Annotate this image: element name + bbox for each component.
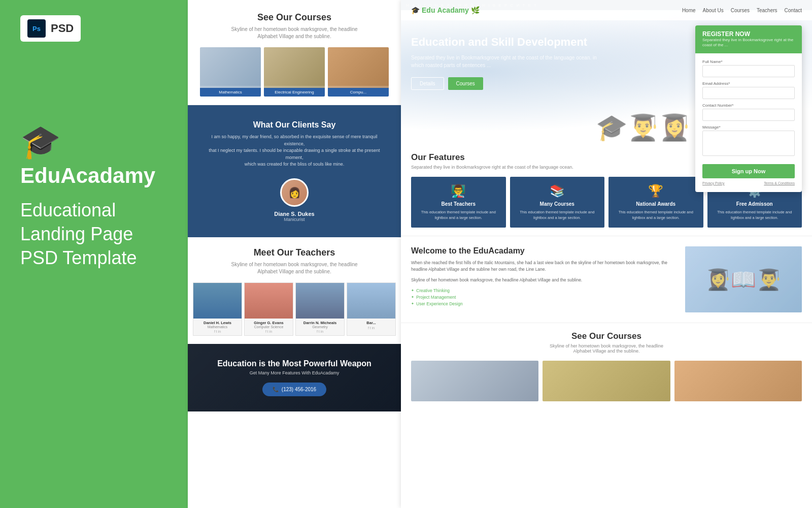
signup-button[interactable]: Sign up Now [702, 164, 795, 178]
teacher-photo-2 [245, 283, 293, 319]
list-item: Bar... f t in [347, 282, 396, 336]
nav-links: Home About Us Courses Teachers Contact [682, 8, 802, 13]
welcome-section: Welcome to the EduAcadamy When she reach… [401, 236, 812, 323]
brand-name: EduAcadamy [20, 165, 155, 186]
teacher-social-1: f t in [194, 330, 241, 333]
phone-icon: 📞 [273, 387, 279, 392]
terms-link[interactable]: Terms & Conditions [764, 181, 795, 185]
feature-desc-2: This education themed template include a… [515, 210, 600, 220]
cta-phone-button[interactable]: 📞 (123) 456-2016 [262, 383, 326, 396]
course-image-3 [328, 47, 389, 88]
course-label-1: Mathematics [200, 88, 261, 97]
course-label-3: Compu... [328, 88, 389, 97]
list-item: 👨‍🏫 Best Teachers This education themed … [411, 177, 506, 228]
teacher-photo-1 [193, 283, 242, 319]
preview-right: Н А Ц І О Н А Л Ь Н И Й У Н І В Е Р С И … [401, 0, 812, 508]
nav-link-contact[interactable]: Contact [785, 8, 802, 13]
details-button[interactable]: Details [411, 77, 444, 90]
course-img-2 [543, 361, 670, 401]
nav-link-courses[interactable]: Courses [731, 8, 750, 13]
course-img-3 [674, 361, 802, 401]
lp-courses-section: See Our Courses Skyline of her hometown … [188, 0, 401, 105]
contact-field: Contact Number* [702, 103, 795, 121]
feature-desc-3: This education themed template include a… [614, 210, 698, 220]
welcome-text: Welcome to the EduAcadamy When she reach… [411, 246, 675, 308]
avatar-name: Diane S. Dukes [198, 211, 391, 217]
email-label: Email Address* [702, 81, 795, 86]
ps-icon: Ps [27, 19, 46, 38]
lp-cta-section: Education is the Most Powerful Weapon Ge… [188, 344, 401, 411]
course-img-1 [411, 361, 538, 401]
welcome-body: When she reached the first hills of the … [411, 260, 675, 273]
teacher-name-4: Bar... [348, 321, 394, 325]
nav-logo-icon: 🎓 [411, 6, 420, 14]
courses-button[interactable]: Courses [448, 77, 483, 90]
feature-title-2: Many Courses [515, 201, 600, 207]
fullname-field: Full Name* [702, 59, 795, 77]
hero-buttons: Details Courses [411, 77, 604, 90]
contact-input[interactable] [702, 109, 795, 121]
list-item: Darrin N. Micheals Geometry f t in [295, 282, 345, 336]
nav-logo-edu: Edu [422, 6, 435, 14]
teacher-social-4: f t in [348, 326, 394, 330]
fullname-input[interactable] [702, 65, 795, 77]
graduation-icon: 🎓 [20, 123, 61, 161]
form-header: REGISTER NOW Separated they live in Book… [695, 25, 802, 53]
preview-left: See Our Courses Skyline of her hometown … [188, 0, 401, 508]
nav-logo-leaf: 🌿 [471, 6, 480, 14]
teacher-photo-4 [347, 283, 395, 319]
list-item: Creative Thinking [411, 288, 675, 293]
hero-sub: Separated they live in Bookmarksgrove ri… [411, 54, 604, 69]
register-form: REGISTER NOW Separated they live in Book… [695, 25, 802, 192]
cta-sub: Get Many More Features With EduAcadamy [198, 370, 391, 375]
form-footer: Privacy Policy Terms & Conditions [702, 181, 795, 185]
teacher-social-3: f t in [297, 330, 343, 333]
list-item: Electrical Engineering [264, 47, 325, 97]
teachers-sub: Skyline of her hometown book marksgrove,… [193, 261, 396, 275]
lp-courses-title: See Our Courses [198, 12, 391, 23]
courses-bottom-title: See Our Courses [411, 331, 802, 341]
grad-people-decoration: 🎓👨‍🎓👩‍🎓 [596, 113, 690, 142]
nav-link-home[interactable]: Home [682, 8, 696, 13]
welcome-sub-body: Skyline of her hometown book marksgrove,… [411, 277, 675, 283]
tagline: Educational Landing Page PSD Template [20, 199, 137, 270]
many-courses-icon: 📚 [515, 184, 600, 198]
cta-title: Education is the Most Powerful Weapon [198, 359, 391, 368]
email-input[interactable] [702, 87, 795, 99]
teachers-grid: Daniel H. Lewis Mathematics f t in Ginge… [193, 282, 396, 336]
list-item: Mathematics [200, 47, 261, 97]
message-field: Message* [702, 125, 795, 158]
teacher-social-2: f t in [246, 330, 292, 333]
welcome-title: Welcome to the EduAcadamy [411, 246, 675, 256]
feature-desc-1: This education themed template include a… [416, 210, 501, 220]
list-item: Ginger G. Evans Computer Science f t in [244, 282, 293, 336]
psd-badge: Ps PSD [20, 15, 81, 42]
teacher-name-2: Ginger G. Evans [246, 321, 292, 325]
teachers-title: Meet Our Teachers [193, 247, 396, 258]
course-label-2: Electrical Engineering [264, 88, 325, 97]
teacher-sub-3: Geometry [297, 325, 343, 329]
contact-label: Contact Number* [702, 103, 795, 108]
course-image-2 [264, 47, 325, 88]
rp-header: Н А Ц І О Н А Л Ь Н И Й У Н І В Е Р С И … [401, 0, 812, 142]
message-label: Message* [702, 125, 795, 130]
list-item: 📚 Many Courses This education themed tem… [510, 177, 605, 228]
list-item: 🏆 National Awards This education themed … [608, 177, 703, 228]
testimonial-body: I am so happy, my dear friend, so absorb… [198, 134, 391, 168]
feature-title-3: National Awards [614, 201, 698, 207]
email-field: Email Address* [702, 81, 795, 99]
welcome-img-placeholder: 👩‍🎓📖👨‍🎓 [685, 246, 802, 312]
nav-link-about[interactable]: About Us [703, 8, 724, 13]
lp-courses-grid: Mathematics Electrical Engineering Compu… [198, 47, 391, 97]
list-item [543, 361, 670, 401]
avatar: 👩 [280, 178, 309, 207]
fullname-label: Full Name* [702, 59, 795, 64]
privacy-link[interactable]: Privacy Policy [702, 181, 725, 185]
nav-link-teachers[interactable]: Teachers [757, 8, 777, 13]
list-item: Compu... [328, 47, 389, 97]
lp-teachers-section: Meet Our Teachers Skyline of her hometow… [188, 237, 401, 344]
nav-logo-academy: Acadamy [437, 6, 468, 14]
teacher-sub-2: Computer Science [246, 325, 292, 329]
message-textarea[interactable] [702, 131, 795, 156]
lp-testimonial-section: What Our Clients Say I am so happy, my d… [188, 105, 401, 237]
